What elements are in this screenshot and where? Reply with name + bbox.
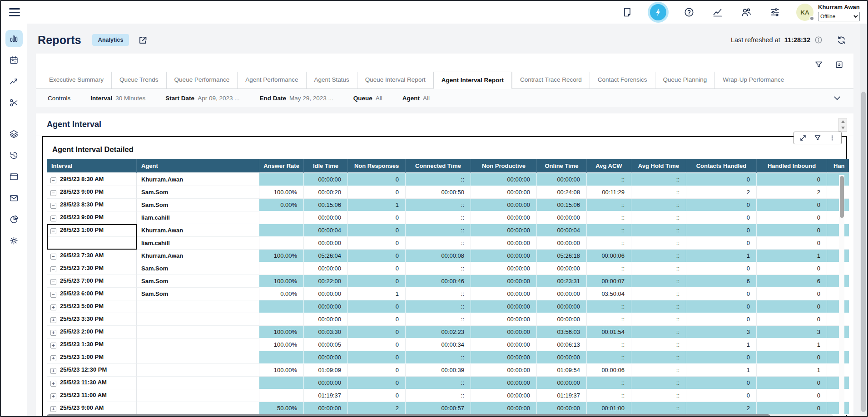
metric-cell[interactable]: 1 — [686, 339, 757, 351]
kebab-menu-icon[interactable] — [828, 134, 836, 142]
notes-icon[interactable] — [621, 6, 633, 18]
metric-cell[interactable]: 0 — [348, 237, 406, 250]
metric-cell[interactable]: 0 — [757, 377, 827, 389]
agent-cell[interactable] — [137, 339, 259, 351]
metric-cell[interactable]: :: — [631, 173, 686, 186]
metric-cell[interactable]: :: — [631, 224, 686, 237]
info-icon[interactable] — [814, 36, 823, 44]
metric-cell[interactable]: :: — [406, 377, 471, 389]
metric-cell[interactable]: 00:00:00 — [471, 173, 537, 186]
metric-cell[interactable]: :: — [587, 224, 631, 237]
metric-cell[interactable]: :: — [406, 300, 471, 313]
metric-cell[interactable]: :: — [587, 351, 631, 364]
metric-cell[interactable]: 100.00% — [259, 186, 304, 199]
metric-cell[interactable]: 100.00% — [259, 339, 304, 351]
metric-cell[interactable]: 05:26:04 — [304, 250, 348, 262]
metric-cell[interactable]: 00:00:00 — [537, 351, 587, 364]
metric-cell[interactable]: 1 — [757, 364, 827, 377]
chevron-down-icon[interactable] — [833, 93, 842, 103]
metric-cell[interactable]: :: — [406, 351, 471, 364]
metric-cell[interactable] — [827, 199, 849, 211]
interval-cell[interactable]: +25/5/23 11:00 AM — [47, 389, 137, 402]
metric-cell[interactable]: 0 — [348, 211, 406, 224]
metric-cell[interactable] — [827, 275, 849, 288]
metric-cell[interactable]: 00:00:00 — [471, 351, 537, 364]
sidebar-item-window[interactable] — [5, 168, 23, 185]
metric-cell[interactable]: :: — [406, 237, 471, 250]
metric-cell[interactable]: 00:00:46 — [406, 275, 471, 288]
metric-cell[interactable]: 0 — [348, 173, 406, 186]
metric-cell[interactable]: 2 — [348, 402, 406, 415]
collapse-row-icon[interactable]: − — [50, 292, 56, 298]
metric-cell[interactable]: :: — [587, 300, 631, 313]
column-header-contacts-handled[interactable]: Contacts Handled — [686, 159, 757, 173]
metric-cell[interactable]: 100.00% — [259, 326, 304, 339]
metric-cell[interactable]: 0 — [757, 199, 827, 211]
metric-cell[interactable]: 01:09:54 — [537, 364, 587, 377]
metric-cell[interactable] — [827, 339, 849, 351]
metric-cell[interactable]: 00:00:20 — [304, 186, 348, 199]
interval-cell[interactable]: +25/5/23 1:00 PM — [47, 351, 137, 364]
metric-cell[interactable]: :: — [406, 199, 471, 211]
metric-cell[interactable]: 0 — [686, 377, 757, 389]
metric-cell[interactable]: 0 — [348, 389, 406, 402]
metric-cell[interactable]: 2 — [686, 186, 757, 199]
metric-cell[interactable]: :: — [587, 313, 631, 326]
column-header-idle-time[interactable]: Idle Time — [304, 159, 348, 173]
metric-cell[interactable]: 00:00:04 — [537, 224, 587, 237]
line-chart-icon[interactable] — [712, 6, 724, 18]
horizontal-scrollbar-thumb[interactable] — [47, 414, 770, 417]
lightning-icon[interactable] — [650, 4, 666, 20]
metric-cell[interactable]: 00:00:06 — [587, 250, 631, 262]
metric-cell[interactable]: 0 — [757, 313, 827, 326]
sidebar-item-trend-line[interactable] — [5, 73, 23, 90]
metric-cell[interactable]: 0 — [686, 224, 757, 237]
metric-cell[interactable]: :: — [631, 402, 686, 415]
metric-cell[interactable]: 00:00:00 — [471, 339, 537, 351]
download-icon[interactable] — [835, 60, 843, 69]
metric-cell[interactable]: 00:15:06 — [304, 199, 348, 211]
metric-cell[interactable]: 1 — [757, 250, 827, 262]
metric-cell[interactable]: 00:00:00 — [471, 211, 537, 224]
metric-cell[interactable]: 00:00:57 — [406, 402, 471, 415]
control-queue[interactable]: QueueAll — [353, 95, 382, 102]
metric-cell[interactable]: 00:00:00 — [471, 300, 537, 313]
metric-cell[interactable]: 100.00% — [259, 250, 304, 262]
metric-cell[interactable]: 0 — [757, 224, 827, 237]
metric-cell[interactable]: :: — [631, 199, 686, 211]
metric-cell[interactable]: :: — [587, 173, 631, 186]
agent-cell[interactable] — [137, 364, 259, 377]
metric-cell[interactable]: :: — [631, 186, 686, 199]
sidebar-item-gear[interactable] — [5, 232, 23, 249]
metric-cell[interactable]: :: — [631, 351, 686, 364]
metric-cell[interactable]: 00:00:00 — [471, 262, 537, 275]
metric-cell[interactable] — [827, 313, 849, 326]
metric-cell[interactable]: :: — [631, 275, 686, 288]
agent-cell[interactable] — [137, 402, 259, 415]
sliders-icon[interactable] — [769, 6, 781, 18]
metric-cell[interactable]: 0 — [686, 173, 757, 186]
agent-cell[interactable]: Sam.Som — [137, 186, 259, 199]
panel-scroll-spinner[interactable] — [838, 118, 847, 132]
interval-cell[interactable]: −26/5/23 1:00 PM — [47, 224, 137, 237]
page-scrollbar-thumb[interactable] — [861, 92, 866, 412]
sidebar-item-mail[interactable] — [5, 189, 23, 206]
metric-cell[interactable]: :: — [587, 339, 631, 351]
expand-row-icon[interactable]: + — [50, 343, 56, 348]
metric-cell[interactable]: :: — [406, 288, 471, 300]
metric-cell[interactable]: 0 — [757, 351, 827, 364]
metric-cell[interactable]: 00:00:00 — [537, 377, 587, 389]
metric-cell[interactable]: 00:00:05 — [304, 339, 348, 351]
metric-cell[interactable]: :: — [406, 224, 471, 237]
metric-cell[interactable]: :: — [631, 250, 686, 262]
metric-cell[interactable]: 00:00:00 — [537, 173, 587, 186]
collapse-row-icon[interactable]: − — [50, 266, 56, 272]
metric-cell[interactable]: 00:00:00 — [471, 326, 537, 339]
metric-cell[interactable]: :: — [406, 262, 471, 275]
metric-cell[interactable]: :: — [406, 389, 471, 402]
refresh-icon[interactable] — [837, 35, 846, 45]
metric-cell[interactable]: 0 — [757, 402, 827, 415]
metric-cell[interactable]: 00:00:00 — [304, 211, 348, 224]
tab-queue-interval-report[interactable]: Queue Interval Report — [357, 72, 433, 88]
expand-row-icon[interactable]: + — [50, 304, 56, 310]
